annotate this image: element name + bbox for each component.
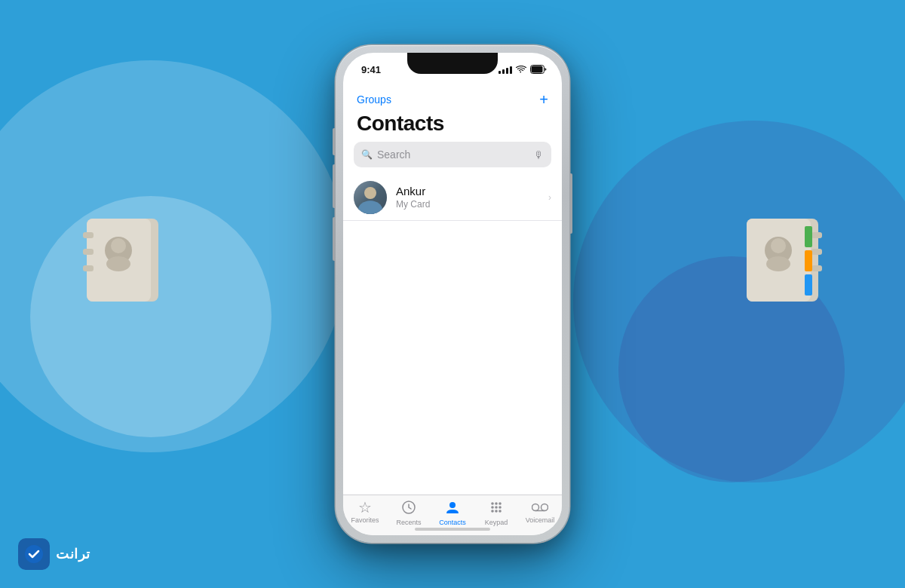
logo-badge: [18, 538, 50, 570]
page-title: Contacts: [357, 112, 444, 136]
phone-screen: 9:41: [343, 53, 562, 535]
battery-icon: [530, 65, 547, 74]
contact-subtitle: My Card: [396, 199, 539, 211]
recents-icon: [401, 500, 416, 517]
svg-rect-2: [83, 232, 94, 238]
svg-point-27: [491, 506, 494, 509]
favorites-icon: ☆: [358, 500, 372, 515]
svg-point-26: [499, 502, 502, 505]
microphone-icon[interactable]: 🎙: [534, 149, 544, 161]
svg-rect-4: [83, 265, 94, 271]
svg-rect-12: [811, 265, 822, 271]
avatar: [354, 181, 387, 214]
contact-book-left: [75, 211, 173, 309]
tab-keypad[interactable]: Keypad: [474, 500, 518, 526]
voicemail-icon: [532, 500, 548, 515]
svg-point-23: [449, 502, 456, 508]
contact-item[interactable]: Ankur My Card ›: [343, 175, 562, 221]
phone-mockup: 9:41: [336, 45, 569, 543]
svg-point-32: [499, 510, 502, 513]
signal-icon: [499, 65, 512, 74]
search-icon: 🔍: [361, 149, 373, 160]
keypad-icon: [489, 500, 504, 517]
volume-down-button: [333, 217, 336, 261]
svg-rect-14: [805, 250, 812, 271]
contact-book-right: [732, 211, 830, 309]
tab-keypad-label: Keypad: [485, 519, 508, 526]
volume-up-button: [333, 164, 336, 208]
nav-bar: Groups +: [343, 86, 562, 113]
notch: [407, 53, 498, 74]
svg-point-7: [106, 256, 130, 271]
tab-voicemail-label: Voicemail: [526, 516, 555, 524]
status-time: 9:41: [358, 64, 381, 75]
status-icons: [499, 65, 547, 74]
logo-checkmark-icon: [23, 544, 44, 565]
tab-contacts[interactable]: Contacts: [431, 500, 474, 526]
svg-point-36: [25, 545, 43, 563]
svg-rect-20: [532, 66, 543, 73]
logo-text: ترانت: [56, 546, 90, 562]
tab-voicemail[interactable]: Voicemail: [518, 500, 562, 524]
add-contact-button[interactable]: +: [539, 92, 548, 107]
svg-point-30: [491, 510, 494, 513]
svg-rect-15: [805, 274, 812, 296]
wifi-icon: [516, 66, 526, 74]
svg-rect-11: [811, 249, 822, 255]
tab-contacts-label: Contacts: [439, 519, 466, 526]
contact-list: Ankur My Card ›: [343, 175, 562, 495]
svg-point-18: [766, 256, 790, 271]
contacts-icon: [445, 500, 460, 517]
svg-point-24: [491, 502, 494, 505]
search-placeholder: Search: [377, 149, 529, 161]
svg-point-25: [495, 502, 498, 505]
tab-favorites-label: Favorites: [351, 516, 379, 524]
power-button: [569, 173, 572, 234]
tab-recents-label: Recents: [396, 519, 421, 526]
contact-info: Ankur My Card: [396, 184, 539, 210]
chevron-right-icon: ›: [548, 192, 551, 203]
svg-point-28: [495, 506, 498, 509]
svg-point-34: [541, 504, 548, 511]
search-bar[interactable]: 🔍 Search 🎙: [354, 142, 551, 167]
tab-recents[interactable]: Recents: [387, 500, 431, 526]
svg-point-31: [495, 510, 498, 513]
svg-point-17: [771, 238, 786, 253]
svg-point-29: [499, 506, 502, 509]
svg-point-21: [358, 201, 382, 214]
home-indicator: [415, 528, 490, 531]
svg-point-33: [532, 504, 539, 511]
groups-button[interactable]: Groups: [357, 93, 391, 106]
svg-point-6: [111, 238, 126, 253]
logo-area: ترانت: [18, 538, 90, 570]
svg-rect-10: [811, 232, 822, 238]
svg-rect-13: [805, 226, 812, 247]
volume-silent-button: [333, 128, 336, 155]
phone-frame: 9:41: [336, 45, 569, 543]
contact-name: Ankur: [396, 184, 539, 199]
tab-favorites[interactable]: ☆ Favorites: [343, 500, 387, 524]
svg-rect-3: [83, 249, 94, 255]
